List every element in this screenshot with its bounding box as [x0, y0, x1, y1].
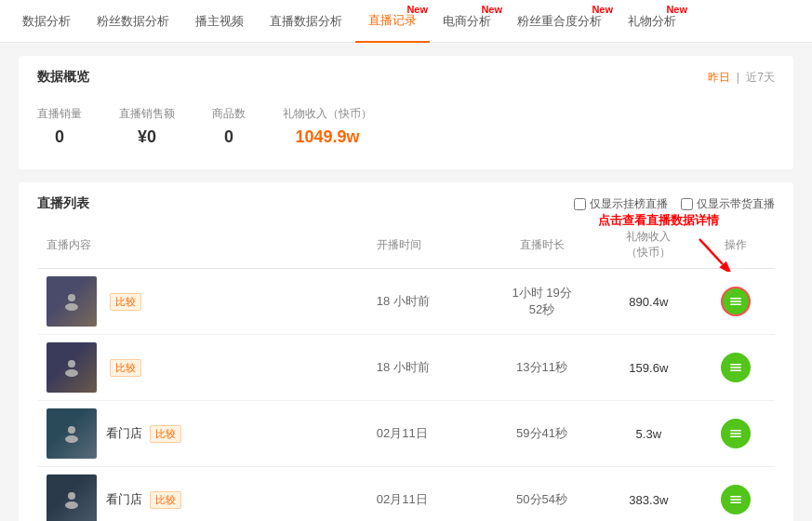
- thumbnail: [47, 342, 97, 393]
- cell-start-time-row1: 18 小时前: [367, 269, 484, 335]
- svg-rect-21: [730, 502, 741, 504]
- thumbnail: [47, 408, 97, 459]
- svg-line-1: [699, 239, 723, 264]
- cell-gift-row4: 383.3w: [600, 467, 697, 522]
- table-row[interactable]: 比较 18 小时前1小时 19分 52秒890.4w: [37, 269, 775, 335]
- goods-filter-checkbox[interactable]: [681, 198, 693, 210]
- detail-button-row2[interactable]: [721, 353, 751, 382]
- col-header-duration: 直播时长: [484, 221, 600, 269]
- cell-content-row4: 看门店 比较: [37, 467, 367, 522]
- stats-row: 直播销量 0 直播销售额 ¥0 商品数 0 礼物收入（快币） 1049.9w: [37, 97, 775, 156]
- col-header-content: 直播内容: [37, 221, 367, 269]
- click-hint-arrow: [695, 234, 732, 274]
- cell-start-time-row4: 02月11日: [367, 467, 484, 522]
- svg-rect-4: [730, 298, 741, 300]
- row-meta: 比较: [106, 359, 141, 377]
- cell-action-row4: [697, 467, 775, 522]
- top-navigation: 数据分析 粉丝数据分析 播主视频 直播数据分析 直播记录 New 电商分析 Ne…: [0, 0, 812, 43]
- stat-products: 商品数 0: [212, 106, 246, 147]
- stat-value-sales-count: 0: [55, 127, 64, 147]
- date-7days[interactable]: 近7天: [746, 71, 775, 84]
- content-cell: 看门店 比较: [47, 474, 358, 521]
- nav-badge-gift-analysis: New: [666, 4, 687, 15]
- stat-value-sales-amount: ¥0: [138, 127, 156, 147]
- nav-item-anchor-video[interactable]: 播主视频: [182, 0, 257, 43]
- row-title: 看门店: [106, 426, 146, 440]
- live-table: 直播内容 开播时间 直播时长 礼物收入 （快币） 操作: [37, 221, 775, 521]
- filter-options: 仅显示挂榜直播 仅显示带货直播: [574, 196, 775, 212]
- thumbnail: [47, 276, 97, 327]
- row-meta: 看门店 比较: [106, 425, 181, 443]
- table-body: 比较 18 小时前1小时 19分 52秒890.4w 比较 18 小时前13分1…: [37, 269, 775, 522]
- main-content: 数据概览 昨日 | 近7天 直播销量 0 直播销售额 ¥0 商品数 0 礼物收入…: [0, 43, 812, 521]
- cell-action-row3: [697, 401, 775, 467]
- svg-rect-15: [730, 433, 741, 434]
- row-tag: 比较: [110, 293, 141, 311]
- cell-start-time-row2: 18 小时前: [367, 335, 484, 401]
- cell-gift-row1: 890.4w: [600, 269, 697, 335]
- row-tag: 比较: [110, 359, 141, 377]
- svg-point-2: [68, 294, 75, 301]
- row-meta: 看门店 比较: [106, 491, 181, 509]
- table-wrapper: 点击查看直播数据详情: [37, 221, 775, 521]
- nav-badge-ecommerce: New: [481, 4, 502, 15]
- stat-label-sales-count: 直播销量: [37, 106, 82, 122]
- row-title: 看门店: [106, 492, 146, 506]
- cell-content-row3: 看门店 比较: [37, 401, 367, 467]
- svg-point-12: [68, 426, 75, 434]
- table-row[interactable]: 比较 18 小时前13分11秒159.6w: [37, 335, 775, 401]
- hang-filter-label[interactable]: 仅显示挂榜直播: [574, 196, 668, 212]
- svg-point-18: [65, 501, 78, 509]
- nav-item-gift-analysis[interactable]: 礼物分析 New: [615, 0, 689, 43]
- stat-label-gift-income: 礼物收入（快币）: [283, 106, 372, 122]
- cell-content-row2: 比较: [37, 335, 367, 401]
- row-tag: 比较: [150, 425, 181, 443]
- svg-point-7: [68, 360, 75, 367]
- svg-rect-6: [730, 304, 741, 306]
- row-tag: 比较: [150, 491, 181, 509]
- nav-item-ecommerce[interactable]: 电商分析 New: [430, 0, 504, 43]
- svg-rect-19: [730, 496, 741, 498]
- svg-rect-9: [730, 364, 741, 366]
- overview-header: 数据概览 昨日 | 近7天: [37, 69, 775, 86]
- stat-gift-income: 礼物收入（快币） 1049.9w: [283, 106, 372, 147]
- date-yesterday[interactable]: 昨日: [708, 71, 730, 84]
- nav-item-data-analysis[interactable]: 数据分析: [9, 0, 84, 43]
- hang-filter-checkbox[interactable]: [574, 198, 586, 210]
- list-section: 直播列表 仅显示挂榜直播 仅显示带货直播 点击查看直播数据详情: [19, 182, 793, 521]
- overview-title: 数据概览: [37, 69, 89, 86]
- content-cell: 比较: [47, 342, 358, 393]
- thumbnail: [47, 474, 97, 521]
- col-header-start-time: 开播时间: [367, 221, 484, 269]
- stat-value-gift-income: 1049.9w: [295, 127, 359, 147]
- list-header: 直播列表 仅显示挂榜直播 仅显示带货直播: [37, 195, 775, 212]
- detail-button-row3[interactable]: [721, 419, 751, 448]
- svg-point-3: [65, 303, 78, 311]
- stat-value-products: 0: [224, 127, 233, 147]
- cell-duration-row1: 1小时 19分 52秒: [484, 269, 600, 335]
- cell-action-row1: [697, 269, 775, 335]
- stat-label-products: 商品数: [212, 106, 246, 122]
- detail-button-row4[interactable]: [721, 485, 751, 514]
- row-meta: 比较: [106, 293, 141, 311]
- nav-item-fans-overlap[interactable]: 粉丝重合度分析 New: [504, 0, 615, 43]
- cell-duration-row4: 50分54秒: [484, 467, 600, 522]
- cell-gift-row3: 5.3w: [600, 401, 697, 467]
- nav-item-fans-analysis[interactable]: 粉丝数据分析: [84, 0, 182, 43]
- cell-gift-row2: 159.6w: [600, 335, 697, 401]
- svg-rect-20: [730, 499, 741, 501]
- hang-filter-text: 仅显示挂榜直播: [590, 196, 668, 212]
- svg-rect-10: [730, 367, 741, 368]
- detail-button-row1[interactable]: [721, 287, 751, 316]
- date-separator: |: [737, 71, 739, 84]
- stat-sales-count: 直播销量 0: [37, 106, 82, 147]
- goods-filter-text: 仅显示带货直播: [697, 196, 775, 212]
- table-row[interactable]: 看门店 比较 02月11日59分41秒5.3w: [37, 401, 775, 467]
- content-cell: 看门店 比较: [47, 408, 358, 459]
- nav-item-live-data[interactable]: 直播数据分析: [257, 0, 355, 43]
- date-range: 昨日 | 近7天: [708, 70, 776, 86]
- goods-filter-label[interactable]: 仅显示带货直播: [681, 196, 775, 212]
- table-row[interactable]: 看门店 比较 02月11日50分54秒383.3w: [37, 467, 775, 522]
- cell-content-row1: 比较: [37, 269, 367, 335]
- nav-item-live-record[interactable]: 直播记录 New: [355, 0, 430, 43]
